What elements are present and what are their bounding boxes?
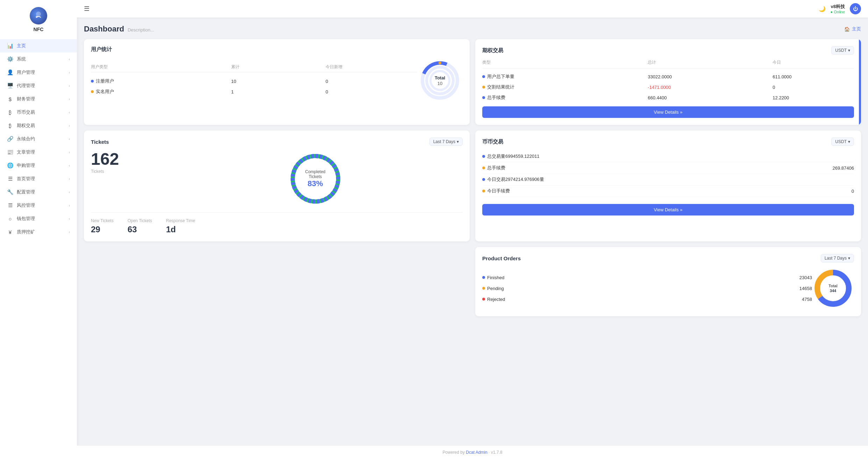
main-area: ☰ 🌙 v8科技 ● Online ⏻ Dashboard Descriptio…	[77, 0, 868, 459]
chevron-icon: ‹	[69, 97, 70, 101]
sidebar-item-label: 文章管理	[17, 149, 35, 155]
sidebar-item-label: 代理管理	[17, 83, 35, 89]
options-trading-title: 期权交易	[482, 47, 503, 54]
sidebar-item-label: 期权交易	[17, 122, 35, 129]
chevron-icon: ‹	[69, 84, 70, 88]
options-view-details-button[interactable]: View Details »	[482, 106, 854, 118]
sidebar-item-label: 配置管理	[17, 189, 35, 195]
sidebar-item-label: 用户管理	[17, 69, 35, 76]
circular-percent: 83%	[301, 179, 329, 188]
sidebar-item-mining[interactable]: ¥ 质押挖矿 ‹	[0, 225, 77, 239]
open-tickets-value: 63	[128, 225, 152, 234]
pending-value: 14658	[799, 286, 812, 291]
user-info: v8科技 ● Online	[831, 3, 845, 14]
sidebar-item-perpetual[interactable]: 🔗 永续合约 ‹	[0, 132, 77, 146]
col-total-header: 累计	[231, 64, 323, 70]
chevron-down-icon: ▾	[848, 139, 850, 144]
crypto-view-details-button[interactable]: View Details »	[482, 204, 854, 216]
sidebar-item-system[interactable]: ⚙️ 系统 ‹	[0, 52, 77, 66]
sidebar-item-risk[interactable]: ☰ 风控管理 ‹	[0, 199, 77, 212]
article-icon: 📰	[7, 149, 13, 155]
page-description: Description...	[128, 27, 154, 33]
breadcrumb[interactable]: 🏠 主页	[844, 26, 861, 32]
breadcrumb-label: 主页	[852, 26, 861, 32]
tickets-title: Tickets	[91, 139, 109, 145]
dot-rejected	[482, 298, 485, 301]
chevron-icon: ‹	[69, 190, 70, 194]
sidebar-item-label: 财务管理	[17, 96, 35, 102]
footer-text: Powered by	[443, 450, 465, 455]
chevron-icon: ‹	[69, 204, 70, 207]
tickets-period-dropdown[interactable]: Last 7 Days ▾	[429, 137, 463, 146]
sidebar-item-label: 首页管理	[17, 176, 35, 182]
response-time-stat: Response Time 1d	[166, 218, 195, 234]
theme-toggle-button[interactable]: 🌙	[819, 6, 826, 12]
menu-toggle-button[interactable]: ☰	[84, 5, 90, 13]
svg-point-1	[36, 16, 38, 18]
table-row: 注册用户 10 0	[91, 76, 417, 86]
options-col-total: 总计	[648, 59, 770, 65]
logo-text: NFC	[34, 27, 44, 32]
new-tickets-stat: New Tickets 29	[91, 218, 114, 234]
product-list: Finished 23043 Pending 14658	[482, 272, 812, 305]
chevron-icon: ‹	[69, 57, 70, 61]
svg-text:10: 10	[437, 81, 442, 86]
sidebar-item-config[interactable]: 🔧 配置管理 ‹	[0, 185, 77, 199]
sidebar-item-label: 币币交易	[17, 109, 35, 115]
col-today-header: 今日新增	[326, 64, 417, 70]
options-currency-dropdown[interactable]: USDT ▾	[831, 46, 854, 55]
dot-delivery	[482, 86, 485, 89]
user-icon: 👤	[7, 69, 13, 76]
user-stats-card: 用户统计 用户类型 累计 今日新增	[84, 39, 470, 125]
sidebar-logo: NFC	[30, 7, 47, 32]
yen-icon: ¥	[7, 229, 13, 235]
open-tickets-label: Open Tickets	[128, 218, 152, 223]
list-item: 总交易量6994559.122011	[482, 151, 854, 162]
table-row: 用户总下单量 33022.0000 611.0000	[482, 71, 854, 82]
power-button[interactable]: ⏻	[850, 3, 861, 14]
footer-link[interactable]: Dcat Admin	[466, 450, 487, 455]
sidebar-item-agents[interactable]: 🖥️ 代理管理 ‹	[0, 79, 77, 92]
bitcoin-icon: ₿	[7, 110, 13, 115]
chevron-icon: ‹	[69, 71, 70, 75]
sidebar-item-content[interactable]: 📰 文章管理 ‹	[0, 146, 77, 159]
sidebar-item-wallet[interactable]: ○ 钱包管理 ‹	[0, 212, 77, 225]
list-icon: ☰	[7, 176, 13, 182]
crypto-trading-title: 币币交易	[482, 139, 503, 145]
sidebar-item-homepage[interactable]: ☰ 首页管理 ‹	[0, 172, 77, 185]
response-time-label: Response Time	[166, 218, 195, 223]
rejected-value: 4758	[802, 297, 812, 302]
registered-today: 0	[326, 79, 417, 84]
tickets-chart: Completed Tickets 83%	[168, 151, 463, 207]
dot-pending	[482, 287, 485, 290]
open-tickets-stat: Open Tickets 63	[128, 218, 152, 234]
ticket-stats-row: New Tickets 29 Open Tickets 63 Response …	[91, 212, 463, 234]
sidebar-item-label: 申购管理	[17, 162, 35, 169]
chevron-down-icon: ▾	[457, 139, 459, 144]
new-tickets-label: New Tickets	[91, 218, 114, 223]
svg-point-4	[431, 71, 449, 90]
crypto-currency-dropdown[interactable]: USDT ▾	[831, 137, 854, 146]
dot-verified	[91, 90, 94, 93]
sidebar-item-users[interactable]: 👤 用户管理 ‹	[0, 66, 77, 79]
product-donut-chart: Total 344	[812, 267, 854, 309]
options-col-type: 类型	[482, 59, 645, 65]
chevron-icon: ‹	[69, 150, 70, 154]
sidebar-item-options[interactable]: ₿ 期权交易 ‹	[0, 119, 77, 132]
risk-icon: ☰	[7, 202, 13, 209]
tickets-label: Tickets	[91, 169, 161, 174]
sidebar-item-label: 钱包管理	[17, 216, 35, 222]
options-trading-card: 期权交易 USDT ▾ 类型 总计 今日	[475, 39, 861, 125]
sidebar-item-finance[interactable]: $ 财务管理 ‹	[0, 92, 77, 106]
user-donut-chart: Total 10	[417, 58, 463, 103]
product-orders-dropdown[interactable]: Last 7 Days ▾	[821, 254, 854, 262]
finished-label: Finished	[487, 275, 504, 280]
sidebar-item-apply[interactable]: 🌐 申购管理 ‹	[0, 159, 77, 172]
tickets-card: Tickets Last 7 Days ▾ 162 Tickets	[84, 130, 470, 241]
sidebar-item-home[interactable]: 📊 主页	[0, 39, 77, 52]
home-icon: 📊	[7, 43, 13, 49]
user-stats-table: 用户类型 累计 今日新增 注册用户 10 0	[91, 64, 417, 97]
pending-label: Pending	[487, 286, 504, 291]
chevron-icon: ‹	[69, 177, 70, 181]
sidebar-item-crypto[interactable]: ₿ 币币交易 ‹	[0, 106, 77, 119]
